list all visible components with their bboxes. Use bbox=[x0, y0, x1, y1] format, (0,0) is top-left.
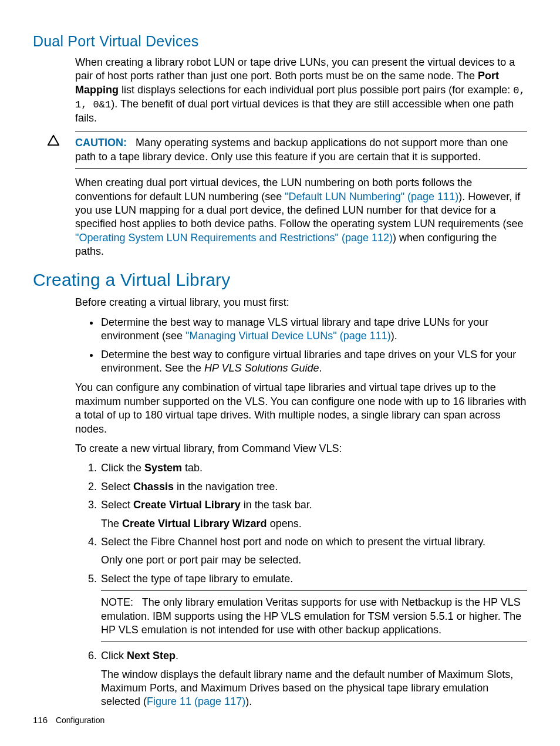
list-item: Determine the best way to configure virt… bbox=[100, 348, 527, 376]
step-4-sub: Only one port or port pair may be select… bbox=[101, 553, 527, 567]
note-label: NOTE: bbox=[101, 596, 133, 608]
body-dual-port-detail: When creating dual port virtual devices,… bbox=[75, 176, 527, 258]
prereq-bullets: Determine the best way to manage VLS vir… bbox=[75, 316, 527, 376]
page: Dual Port Virtual Devices When creating … bbox=[0, 0, 560, 746]
heading-dual-port: Dual Port Virtual Devices bbox=[33, 33, 527, 50]
doc-title: HP VLS Solutions Guide bbox=[204, 362, 319, 374]
caution-icon bbox=[47, 134, 60, 147]
text: list displays selections for each indivi… bbox=[119, 84, 513, 96]
list-item: Determine the best way to manage VLS vir… bbox=[100, 316, 527, 343]
text: ). bbox=[245, 696, 252, 707]
text: Select the type of tape library to emula… bbox=[101, 573, 293, 585]
ui-create-virtual-library: Create Virtual Library bbox=[133, 499, 241, 511]
step-1: Click the System tab. bbox=[100, 461, 527, 475]
note-text: The only library emulation Veritas suppo… bbox=[101, 596, 521, 636]
text: tab. bbox=[182, 462, 203, 474]
link-os-lun-requirements[interactable]: "Operating System LUN Requirements and R… bbox=[75, 232, 393, 244]
text: Select bbox=[101, 499, 133, 511]
text: When creating a library robot LUN or tap… bbox=[75, 56, 515, 82]
page-footer: 116 Configuration bbox=[33, 715, 104, 725]
text: ). bbox=[391, 330, 397, 342]
page-number: 116 bbox=[33, 715, 48, 725]
steps-list: Click the System tab. Select Chassis in … bbox=[75, 461, 527, 708]
text: in the task bar. bbox=[241, 499, 312, 511]
caution-callout: CAUTION: Many operating systems and back… bbox=[75, 131, 527, 169]
link-figure-11[interactable]: Figure 11 (page 117) bbox=[147, 696, 245, 707]
step-2: Select Chassis in the navigation tree. bbox=[100, 480, 527, 494]
intro-text: Before creating a virtual library, you m… bbox=[75, 296, 527, 309]
text: . bbox=[319, 362, 322, 374]
text: Select the Fibre Channel host port and n… bbox=[101, 536, 485, 548]
ui-wizard: Create Virtual Library Wizard bbox=[122, 518, 267, 529]
text: . bbox=[176, 650, 178, 661]
step-3: Select Create Virtual Library in the tas… bbox=[100, 498, 527, 531]
step-6: Click Next Step. The window displays the… bbox=[100, 649, 527, 709]
link-default-lun-numbering[interactable]: "Default LUN Numbering" (page 111) bbox=[285, 191, 458, 202]
caution-label: CAUTION: bbox=[75, 137, 127, 148]
procedure-intro: To create a new virtual library, from Co… bbox=[75, 442, 527, 455]
step-4: Select the Fibre Channel host port and n… bbox=[100, 535, 527, 568]
text: Select bbox=[101, 481, 133, 492]
text: in the navigation tree. bbox=[174, 481, 278, 492]
config-capacity-text: You can configure any combination of vir… bbox=[75, 381, 527, 436]
link-managing-virtual-device-luns[interactable]: "Managing Virtual Device LUNs" (page 111… bbox=[185, 330, 391, 342]
text: The bbox=[101, 518, 122, 529]
ui-system-tab: System bbox=[144, 462, 182, 474]
body-dual-port-intro: When creating a library robot LUN or tap… bbox=[75, 56, 527, 125]
text: Click the bbox=[101, 462, 144, 474]
text: opens. bbox=[267, 518, 302, 529]
heading-creating-virtual-library: Creating a Virtual Library bbox=[33, 270, 527, 290]
caution-text: Many operating systems and backup applic… bbox=[75, 137, 508, 162]
note-callout: NOTE: The only library emulation Veritas… bbox=[101, 590, 527, 642]
ui-chassis: Chassis bbox=[133, 481, 174, 492]
footer-section: Configuration bbox=[56, 715, 104, 725]
body-creating-intro: Before creating a virtual library, you m… bbox=[75, 296, 527, 708]
step-5: Select the type of tape library to emula… bbox=[100, 572, 527, 643]
ui-next-step: Next Step bbox=[127, 650, 176, 661]
text: ). The benefit of dual port virtual devi… bbox=[75, 98, 514, 124]
text: Click bbox=[101, 650, 127, 661]
